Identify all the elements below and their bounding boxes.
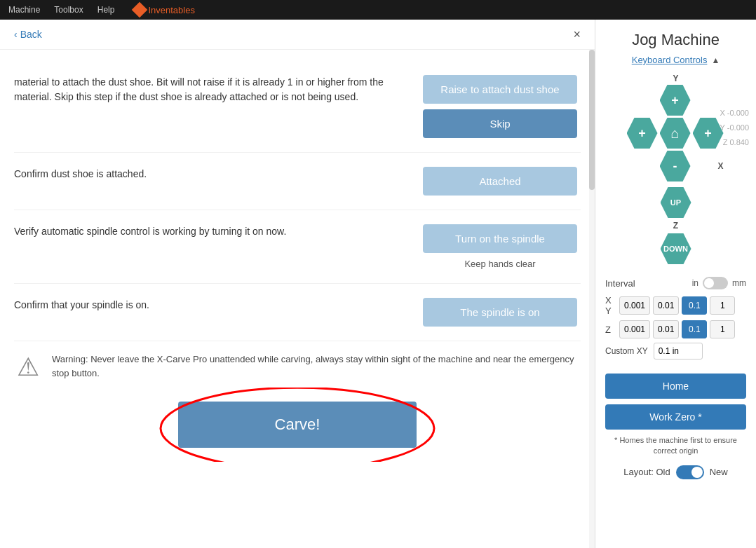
x-coord: X -0.000 — [720, 106, 749, 121]
unit-mm-label: mm — [732, 278, 746, 288]
step-spindle-on-text: Confirm that your spindle is on. — [14, 298, 405, 313]
x-axis-label: X — [693, 151, 724, 181]
home-button[interactable]: Home — [605, 374, 746, 399]
step-confirm-spindle-on: Confirm that your spindle is on. The spi… — [14, 284, 581, 341]
skip-button[interactable]: Skip — [423, 109, 577, 138]
attached-button[interactable]: Attached — [423, 167, 577, 196]
xy-interval-group: X Y 0.001 0.01 0.1 1 — [605, 295, 746, 316]
logo-text: Inventables — [148, 5, 195, 15]
jog-z-down-button[interactable]: DOWN — [661, 233, 691, 264]
warning-section: ⚠ Warning: Never leave the X-Carve Pro u… — [14, 341, 581, 388]
z-interval-01[interactable]: 0.1 — [682, 320, 707, 338]
layout-old-label: Layout: Old — [623, 467, 670, 477]
interval-header: Interval in mm — [605, 277, 746, 289]
z-interval-0001[interactable]: 0.001 — [619, 320, 650, 338]
layout-knob — [691, 467, 703, 478]
step-raise-dust-shoe: material to attach the dust shoe. Bit wi… — [14, 61, 581, 153]
layout-toggle[interactable] — [676, 465, 704, 479]
custom-xy-label: Custom XY — [605, 346, 648, 356]
menu-help[interactable]: Help — [97, 5, 115, 15]
work-zero-note: * Homes the machine first to ensure corr… — [605, 435, 746, 457]
scrollbar-thumb[interactable] — [589, 50, 595, 190]
jog-y-plus-button[interactable]: + — [660, 85, 691, 116]
main-layout: ‹ Back × material to attach the dust sho… — [0, 20, 756, 548]
step-raise-text: material to attach the dust shoe. Bit wi… — [14, 75, 405, 104]
work-zero-button[interactable]: Work Zero * — [605, 404, 746, 430]
custom-xy-input[interactable] — [654, 343, 703, 359]
menu-toolbox[interactable]: Toolbox — [54, 5, 83, 15]
z-interval-label: Z — [605, 324, 616, 335]
jog-x-plus-button[interactable]: + — [693, 118, 724, 149]
step-turn-on-spindle: Verify automatic spindle control is work… — [14, 210, 581, 284]
carve-button[interactable]: Carve! — [178, 402, 417, 448]
carve-section: Carve! — [14, 388, 581, 462]
back-button[interactable]: ‹ Back — [14, 29, 42, 40]
warning-text: Warning: Never leave the X-Carve Pro una… — [52, 352, 581, 380]
spindle-is-on-button[interactable]: The spindle is on — [423, 298, 577, 327]
menu-machine[interactable]: Machine — [8, 5, 40, 15]
raise-dust-shoe-button[interactable]: Raise to attach dust shoe — [423, 75, 577, 104]
step-attached-text: Confirm dust shoe is attached. — [14, 167, 405, 181]
xy-interval-label: X Y — [605, 295, 616, 316]
interval-section: Interval in mm X Y 0.001 0.01 0.1 1 — [595, 270, 756, 367]
xy-grid: + + ⌂ + - X — [627, 85, 725, 181]
modal-content[interactable]: material to attach the dust shoe. Bit wi… — [0, 50, 595, 548]
step-spindle-text: Verify automatic spindle control is work… — [14, 224, 405, 239]
z-interval-1[interactable]: 1 — [710, 320, 735, 338]
scrollbar-track[interactable] — [589, 50, 595, 548]
unit-toggle-group: in mm — [692, 277, 746, 289]
jog-machine-title: Jog Machine — [595, 20, 756, 55]
close-button[interactable]: × — [573, 28, 581, 41]
step-attached-actions: Attached — [419, 167, 581, 196]
jog-z-up-button[interactable]: UP — [661, 187, 691, 218]
scroll-area: material to attach the dust shoe. Bit wi… — [0, 50, 595, 473]
keyboard-controls[interactable]: Keyboard Controls ▲ — [595, 55, 756, 74]
jog-y-minus-button[interactable]: - — [660, 151, 691, 181]
jog-machine-panel: Jog Machine Keyboard Controls ▲ Y + + ⌂ … — [595, 20, 756, 548]
wizard-panel: ‹ Back × material to attach the dust sho… — [0, 20, 595, 548]
logo: Inventables — [134, 4, 195, 15]
layout-toggle-row: Layout: Old New — [595, 457, 756, 479]
layout-new-label: New — [710, 467, 728, 477]
logo-icon — [132, 2, 148, 18]
warning-icon: ⚠ — [14, 352, 42, 382]
xy-interval-1[interactable]: 1 — [710, 296, 735, 315]
xy-jog-area: Y + + ⌂ + - X X -0.000 — [595, 74, 756, 181]
z-axis-label: Z — [673, 221, 678, 231]
keyboard-controls-arrow: ▲ — [711, 55, 720, 65]
y-axis-label: Y — [627, 74, 725, 83]
z-controls: UP Z DOWN — [595, 187, 756, 264]
interval-label: Interval — [605, 278, 635, 289]
unit-toggle-switch[interactable] — [703, 277, 728, 289]
toggle-knob — [704, 278, 714, 288]
xy-interval-0001[interactable]: 0.001 — [619, 296, 650, 315]
unit-in-label: in — [692, 278, 698, 288]
step-spindle-on-actions: The spindle is on — [419, 298, 581, 327]
xy-interval-01[interactable]: 0.1 — [682, 296, 707, 315]
turn-on-spindle-button[interactable]: Turn on the spindle — [423, 224, 577, 253]
keep-hands-clear-note: Keep hands clear — [464, 259, 535, 269]
back-label: Back — [20, 29, 42, 40]
z-interval-group: Z 0.001 0.01 0.1 1 — [605, 320, 746, 338]
custom-xy-row: Custom XY — [605, 343, 746, 359]
back-arrow-icon: ‹ — [14, 29, 18, 40]
modal-header: ‹ Back × — [0, 20, 595, 50]
jog-action-buttons: Home Work Zero * * Homes the machine fir… — [595, 367, 756, 457]
top-bar: Machine Toolbox Help Inventables — [0, 0, 756, 20]
xy-interval-001[interactable]: 0.01 — [653, 296, 679, 315]
keyboard-controls-link[interactable]: Keyboard Controls — [632, 55, 708, 65]
step-confirm-attached: Confirm dust shoe is attached. Attached — [14, 153, 581, 210]
z-interval-001[interactable]: 0.01 — [653, 320, 679, 338]
jog-home-button[interactable]: ⌂ — [660, 118, 691, 149]
jog-x-minus-button[interactable]: + — [627, 118, 658, 149]
y-coord: Y -0.000 — [720, 121, 749, 135]
step-spindle-actions: Turn on the spindle Keep hands clear — [419, 224, 581, 269]
z-coord: Z 0.840 — [720, 135, 749, 149]
coordinates-display: X -0.000 Y -0.000 Z 0.840 — [720, 106, 749, 150]
step-raise-actions: Raise to attach dust shoe Skip — [419, 75, 581, 138]
